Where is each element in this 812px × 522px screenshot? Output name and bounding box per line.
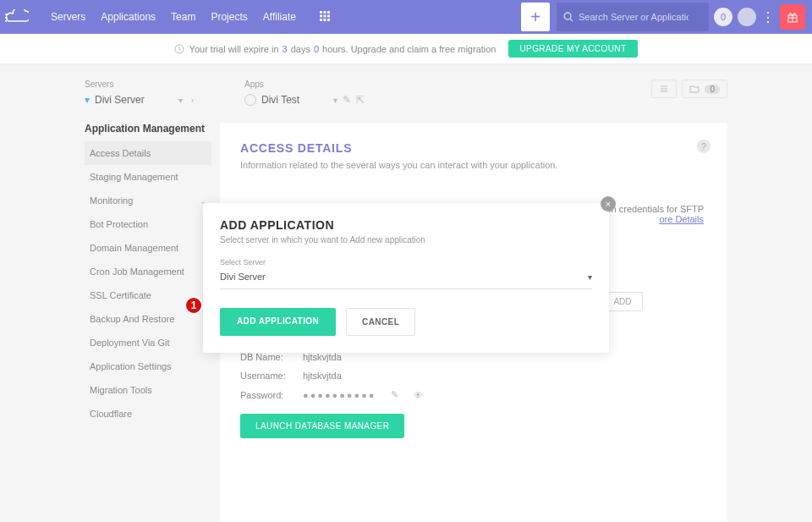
svg-rect-6	[320, 19, 322, 21]
cancel-button[interactable]: CANCEL	[346, 308, 415, 336]
nav-applications[interactable]: Applications	[101, 11, 156, 23]
sidebar-item-bot-protection[interactable]: Bot Protection	[85, 212, 211, 236]
trial-hours-num: 0	[314, 44, 319, 54]
trial-days-label: days	[291, 44, 310, 54]
search-icon	[563, 12, 573, 22]
svg-rect-7	[323, 19, 326, 21]
trial-hours-label: hours. Upgrade and claim a free migratio…	[322, 44, 496, 54]
folder-icon	[689, 84, 700, 94]
sidebar-heading: Application Management	[85, 123, 211, 135]
nav-right: + 0 ⋮	[521, 0, 812, 34]
dbpass-value: ●●●●●●●●●●	[303, 390, 376, 400]
dbuser-row: Username: hjtskvjtda	[240, 371, 707, 381]
app-crumb-label: Apps	[244, 80, 365, 89]
modal-actions: ADD APPLICATION CANCEL	[220, 308, 592, 336]
sidebar-item-git[interactable]: Deployment Via Git	[85, 331, 211, 354]
sidebar-item-app-settings[interactable]: Application Settings	[85, 354, 211, 378]
dbname-label: DB Name:	[240, 352, 293, 362]
search-input[interactable]	[579, 12, 689, 22]
dbname-value: hjtskvjtda	[303, 352, 342, 362]
sidebar-item-label: Monitoring	[90, 195, 133, 206]
chevron-down-icon: ▾	[333, 96, 337, 105]
list-view-button[interactable]	[651, 80, 677, 98]
modal-close-button[interactable]: ×	[601, 196, 616, 212]
dbpass-label: Password:	[240, 390, 293, 400]
trial-bar: Your trial will expire in 3 days 0 hours…	[0, 34, 812, 64]
project-count: 0	[705, 85, 720, 94]
svg-rect-0	[320, 11, 322, 14]
svg-rect-4	[323, 15, 326, 18]
eye-icon[interactable]: 👁	[414, 390, 423, 400]
project-filter[interactable]: 0	[682, 80, 727, 98]
selected-server-value: Divi Server	[220, 272, 266, 282]
nav-links: Servers Applications Team Projects Affil…	[51, 11, 330, 23]
trial-days-num: 3	[283, 44, 288, 54]
edit-icon[interactable]: ✎	[343, 94, 351, 106]
svg-rect-1	[323, 11, 326, 14]
gift-button[interactable]	[780, 4, 805, 30]
sidebar-item-cron[interactable]: Cron Job Management	[85, 260, 211, 283]
clock-icon	[174, 44, 184, 54]
chevron-down-icon: ▾	[178, 96, 183, 105]
avatar[interactable]	[738, 8, 756, 26]
sidebar: Application Management Access Details St…	[85, 123, 211, 522]
app-selector[interactable]: Divi Test ▾ ✎ ⇱	[244, 94, 365, 106]
svg-line-16	[179, 49, 181, 50]
help-icon[interactable]: ?	[697, 140, 710, 153]
kebab-menu-icon[interactable]: ⋮	[761, 9, 775, 25]
apps-grid-icon[interactable]	[320, 11, 330, 23]
gift-icon	[787, 11, 798, 23]
upgrade-button[interactable]: UPGRADE MY ACCOUNT	[508, 40, 639, 58]
add-application-modal: × ADD APPLICATION Select server in which…	[203, 203, 609, 353]
more-details-link[interactable]: ore Details	[659, 214, 704, 224]
step-badge-1: 1	[184, 296, 203, 315]
brand-logo[interactable]	[0, 0, 34, 34]
svg-rect-3	[320, 15, 322, 18]
svg-rect-8	[327, 19, 330, 21]
app-crumb: Apps Divi Test ▾ ✎ ⇱	[244, 80, 365, 106]
panel-title: ACCESS DETAILS	[240, 141, 707, 155]
server-crumb-label: Servers	[85, 80, 194, 89]
sidebar-item-staging[interactable]: Staging Management	[85, 165, 211, 189]
server-select[interactable]: Divi Server ▾	[220, 266, 592, 289]
dbname-row: DB Name: hjtskvjtda	[240, 352, 707, 362]
chevron-right-icon: ›	[191, 96, 194, 105]
sidebar-item-migration[interactable]: Migration Tools	[85, 378, 211, 402]
dbpass-row: Password: ●●●●●●●●●● ✎ 👁	[240, 389, 707, 400]
server-name: Divi Server	[95, 94, 145, 106]
nav-projects[interactable]: Projects	[211, 11, 247, 23]
list-icon	[659, 84, 669, 94]
select-server-label: Select Server	[220, 258, 592, 266]
notification-count[interactable]: 0	[714, 8, 732, 26]
dbuser-value: hjtskvjtda	[303, 371, 342, 381]
dbuser-label: Username:	[240, 371, 293, 381]
chevron-down-icon: ▾	[588, 272, 592, 282]
svg-point-9	[564, 13, 571, 19]
external-link-icon[interactable]: ⇱	[356, 94, 365, 106]
server-selector[interactable]: ▾ Divi Server ▾ ›	[85, 94, 194, 106]
sidebar-item-cloudflare[interactable]: Cloudflare	[85, 402, 211, 426]
search-box[interactable]	[557, 3, 709, 31]
sidebar-item-access-details[interactable]: Access Details	[85, 141, 211, 165]
app-name: Divi Test	[261, 94, 299, 106]
sidebar-item-domain[interactable]: Domain Management	[85, 236, 211, 260]
server-crumb: Servers ▾ Divi Server ▾ ›	[85, 80, 194, 106]
nav-team[interactable]: Team	[171, 11, 195, 23]
top-nav: Servers Applications Team Projects Affil…	[0, 0, 812, 34]
modal-title: ADD APPLICATION	[220, 218, 592, 232]
svg-line-10	[570, 19, 573, 21]
sidebar-item-monitoring[interactable]: Monitoring⌄	[85, 189, 211, 212]
breadcrumb-row: Servers ▾ Divi Server ▾ › Apps Divi Test…	[0, 64, 812, 114]
launch-db-manager-button[interactable]: LAUNCH DATABASE MANAGER	[240, 414, 404, 438]
nav-affiliate[interactable]: Affiliate	[263, 11, 296, 23]
svg-rect-5	[327, 15, 330, 18]
cloud-icon	[5, 9, 29, 25]
svg-rect-2	[327, 11, 330, 14]
add-button[interactable]: +	[521, 3, 550, 31]
nav-servers[interactable]: Servers	[51, 11, 85, 23]
app-type-icon	[244, 94, 256, 106]
add-application-button[interactable]: ADD APPLICATION	[220, 308, 336, 336]
edit-icon[interactable]: ✎	[391, 389, 398, 400]
trial-text-prefix: Your trial will expire in	[189, 44, 279, 54]
panel-subtitle: Information related to the several ways …	[240, 160, 707, 170]
